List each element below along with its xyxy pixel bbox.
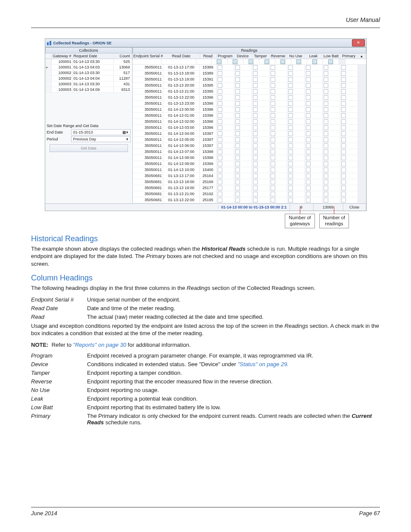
checkbox[interactable] <box>324 101 328 106</box>
checkbox[interactable] <box>288 89 293 94</box>
checkbox[interactable] <box>271 113 275 118</box>
checkbox[interactable] <box>324 180 328 184</box>
checkbox[interactable] <box>235 174 240 178</box>
checkbox[interactable] <box>341 119 346 124</box>
checkbox[interactable] <box>253 149 258 154</box>
calendar-icon[interactable]: ▦▾ <box>122 130 128 134</box>
checkbox[interactable] <box>235 89 240 94</box>
checkbox[interactable] <box>253 131 258 136</box>
checkbox[interactable] <box>306 137 311 142</box>
checkbox[interactable] <box>288 113 293 118</box>
checkbox[interactable] <box>288 77 293 82</box>
checkbox[interactable] <box>288 101 293 106</box>
checkbox[interactable] <box>306 71 311 76</box>
readings-row[interactable]: 3505068101-13-13 18:0025169 <box>133 179 366 185</box>
checkbox[interactable] <box>235 198 240 202</box>
checkbox[interactable] <box>235 137 240 142</box>
readings-row[interactable]: 3505001101-14-13 07:0015398 <box>133 149 366 155</box>
checkbox[interactable] <box>288 156 293 160</box>
checkbox[interactable] <box>218 192 222 196</box>
checkbox[interactable] <box>253 174 258 178</box>
checkbox[interactable] <box>235 156 240 160</box>
collections-row[interactable]: 10000101-14-13 03:30525 <box>45 59 132 65</box>
checkbox[interactable] <box>253 125 258 130</box>
checkbox[interactable] <box>271 89 275 94</box>
checkbox[interactable] <box>288 149 293 154</box>
checkbox[interactable] <box>324 95 328 100</box>
checkbox[interactable] <box>271 168 275 172</box>
checkbox[interactable] <box>271 77 275 82</box>
checkbox[interactable] <box>341 180 346 184</box>
scrollbar-track[interactable] <box>339 59 346 64</box>
checkbox[interactable] <box>218 143 222 148</box>
checkbox[interactable] <box>271 149 275 154</box>
checkbox[interactable] <box>324 156 328 160</box>
checkbox[interactable] <box>235 77 240 82</box>
checkbox[interactable] <box>218 180 222 184</box>
checkbox[interactable] <box>218 77 222 82</box>
readings-row[interactable]: 3505001101-14-13 05:0015397 <box>133 137 366 143</box>
checkbox[interactable] <box>306 113 311 118</box>
checkbox[interactable] <box>271 180 275 184</box>
checkbox[interactable] <box>271 162 275 166</box>
checkbox[interactable] <box>235 125 240 130</box>
checkbox[interactable] <box>218 113 222 118</box>
checkbox[interactable] <box>306 162 311 166</box>
checkbox[interactable] <box>288 198 293 202</box>
checkbox[interactable] <box>253 77 258 82</box>
checkbox[interactable] <box>235 101 240 106</box>
readings-row[interactable]: 3505001101-13-13 22:0015396 <box>133 95 366 101</box>
checkbox[interactable] <box>218 198 222 202</box>
checkbox[interactable] <box>271 192 275 196</box>
checkbox[interactable] <box>288 186 293 190</box>
checkbox[interactable] <box>218 131 222 136</box>
checkbox[interactable] <box>306 180 311 184</box>
checkbox[interactable] <box>288 107 293 112</box>
checkbox[interactable] <box>288 95 293 100</box>
checkbox[interactable] <box>324 131 328 136</box>
checkbox[interactable] <box>288 65 293 70</box>
checkbox[interactable] <box>341 77 346 82</box>
checkbox[interactable] <box>218 107 222 112</box>
titlebar[interactable]: Collected Readings - ORION SE ✕ <box>45 39 366 47</box>
checkbox[interactable] <box>288 71 293 76</box>
checkbox[interactable] <box>306 131 311 136</box>
checkbox[interactable] <box>341 174 346 178</box>
checkbox[interactable] <box>306 77 311 82</box>
readings-row[interactable]: 3505001101-14-13 01:0015396 <box>133 113 366 119</box>
checkbox[interactable] <box>271 125 275 130</box>
checkbox[interactable] <box>288 119 293 124</box>
checkbox[interactable] <box>341 101 346 106</box>
checkbox[interactable] <box>235 119 240 124</box>
checkbox[interactable] <box>324 143 328 148</box>
checkbox[interactable] <box>218 174 222 178</box>
checkbox[interactable] <box>235 95 240 100</box>
checkbox[interactable] <box>218 83 222 88</box>
checkbox[interactable] <box>235 131 240 136</box>
checkbox[interactable] <box>306 198 311 202</box>
checkbox[interactable] <box>253 168 258 172</box>
checkbox[interactable] <box>306 101 311 106</box>
checkbox[interactable] <box>253 192 258 196</box>
checkbox[interactable] <box>341 186 346 190</box>
checkbox[interactable] <box>341 125 346 130</box>
checkbox[interactable] <box>218 65 222 70</box>
readings-row[interactable]: 3505001101-13-13 17:0015389 <box>133 65 366 71</box>
checkbox[interactable] <box>218 89 222 94</box>
period-select[interactable]: Previous Day▾ <box>71 136 131 142</box>
checkbox[interactable] <box>253 143 258 148</box>
checkbox[interactable] <box>288 162 293 166</box>
checkbox[interactable] <box>235 143 240 148</box>
readings-row[interactable]: 3505001101-13-13 23:0015396 <box>133 101 366 107</box>
checkbox[interactable] <box>235 162 240 166</box>
link-inline[interactable]: "Status" on page 29. <box>238 361 289 367</box>
readings-row[interactable]: 3505001101-13-13 21:0015395 <box>133 89 366 95</box>
checkbox[interactable] <box>306 174 311 178</box>
checkbox[interactable] <box>271 198 275 202</box>
checkbox[interactable] <box>324 107 328 112</box>
checkbox[interactable] <box>218 101 222 106</box>
checkbox[interactable] <box>324 71 328 76</box>
readings-row[interactable]: 3505001101-13-13 20:0015395 <box>133 83 366 89</box>
readings-row[interactable]: 3505001101-14-13 08:0015398 <box>133 155 366 161</box>
checkbox[interactable] <box>218 125 222 130</box>
